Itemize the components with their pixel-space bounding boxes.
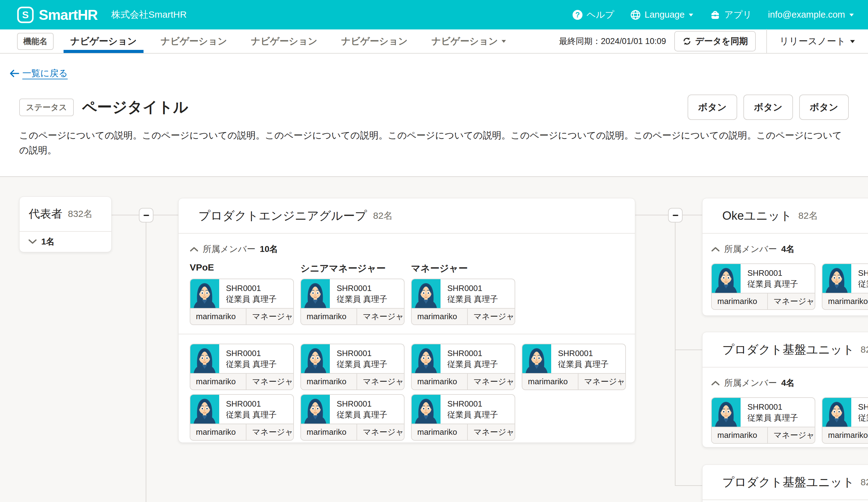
nav-tab-3[interactable]: ナビゲーション xyxy=(244,30,324,53)
collapse-button[interactable] xyxy=(668,208,683,222)
employee-avatar xyxy=(412,395,441,423)
employee-name: 従業員 真理子 xyxy=(858,412,868,423)
employee-card[interactable]: SHR0001 従業員 真理子 marimariko マネージャー xyxy=(411,344,515,390)
employee-card-top: SHR0001 従業員 真理子 xyxy=(190,279,293,308)
employee-card-footer: marimariko マネージャー xyxy=(412,308,515,324)
employee-id: SHR0001 xyxy=(226,348,277,359)
page-title-row: ステータス ページタイトル ボタン ボタン ボタン xyxy=(19,94,849,120)
employee-id: SHR0001 xyxy=(337,283,387,294)
apps-menu[interactable]: アプリ xyxy=(710,9,752,21)
employee-name: 従業員 真理子 xyxy=(226,294,277,305)
org-node-root[interactable]: 代表者 832名 1名 xyxy=(19,197,112,252)
page-title: ページタイトル xyxy=(82,97,188,117)
nav-tab-label: ナビゲーション xyxy=(70,35,137,48)
employee-card[interactable]: SHR0001 従業員 真理子 marimariko マネージャー xyxy=(711,397,815,444)
employee-id: SHR0001 xyxy=(747,268,798,279)
members-toggle[interactable]: 所属メンバー 4名 xyxy=(711,243,868,255)
employee-card-footer: marimariko マネージャー xyxy=(823,293,868,309)
employee-name: 従業員 真理子 xyxy=(337,294,387,305)
nav-tab-label: ナビゲーション xyxy=(161,35,227,48)
org-node-main-group: プロダクトエンジニアグループ 82名 所属メンバー 10名 VPoE シニアマネ… xyxy=(178,198,635,443)
role-headings: VPoE シニアマネージャー マネージャー xyxy=(190,262,624,275)
employee-username: marimariko xyxy=(190,308,246,324)
employee-username: marimariko xyxy=(712,293,767,309)
refresh-icon xyxy=(682,36,692,46)
employee-avatar xyxy=(190,395,219,423)
employee-card[interactable]: SHR0001 従業員 真理子 marimariko マネージャー xyxy=(300,394,404,441)
employee-name: 従業員 真理子 xyxy=(226,359,277,370)
chevron-down-icon xyxy=(849,39,856,43)
employee-avatar xyxy=(190,344,219,373)
account-menu[interactable]: info@example.com xyxy=(768,10,854,20)
connector-line xyxy=(675,222,675,486)
employee-id: SHR0001 xyxy=(337,348,387,359)
employee-role: マネージャー xyxy=(467,424,515,440)
header-utility-menu: ? ヘルプ Language アプリ xyxy=(572,9,854,21)
employee-name: 従業員 真理子 xyxy=(447,359,498,370)
nav-tab-5[interactable]: ナビゲーション xyxy=(425,30,513,53)
employee-avatar xyxy=(412,344,441,373)
help-link[interactable]: ? ヘルプ xyxy=(572,9,614,21)
employee-role: マネージャー xyxy=(356,374,404,389)
employee-row: SHR0001 従業員 真理子 marimariko マネージャー xyxy=(711,397,868,444)
employee-card[interactable]: SHR0001 従業員 真理子 marimariko マネージャー xyxy=(300,344,404,390)
employee-role: マネージャー xyxy=(578,374,625,389)
org-node-side-group-2: プロダクト基盤ユニット 82名 所属メンバー 4名 xyxy=(702,332,868,448)
employee-card[interactable]: SHR0001 従業員 真理子 marimariko マネージャー xyxy=(190,394,294,441)
back-to-list-link[interactable]: 一覧に戻る xyxy=(9,67,68,80)
apps-icon xyxy=(710,10,721,20)
employee-card[interactable]: SHR0001 従業員 真理子 marimariko マネージャー xyxy=(711,263,815,310)
employee-card-top: SHR0001 従業員 真理子 xyxy=(190,395,293,423)
employee-row: SHR0001 従業員 真理子 marimariko マネージャー xyxy=(190,344,624,390)
employee-avatar xyxy=(712,264,741,293)
group-body: 所属メンバー 4名 xyxy=(702,377,868,444)
employee-card-footer: marimariko マネージャー xyxy=(190,373,293,389)
employee-avatar xyxy=(522,344,551,373)
nav-tab-4[interactable]: ナビゲーション xyxy=(334,30,414,53)
release-notes-menu[interactable]: リリースノート xyxy=(767,35,868,48)
employee-name: 従業員 真理子 xyxy=(447,409,498,420)
nav-tab-1[interactable]: ナビゲーション xyxy=(63,30,144,53)
members-toggle[interactable]: 所属メンバー 4名 xyxy=(711,377,868,389)
employee-card[interactable]: SHR0001 従業員 真理子 marimariko マネージャー xyxy=(190,279,294,325)
employee-card[interactable]: SHR0001 従業員 真理子 marimariko マネージャー xyxy=(190,344,294,390)
feature-name-badge: 機能名 xyxy=(17,33,54,50)
collapse-button[interactable] xyxy=(139,208,154,222)
company-name: 株式会社SmartHR xyxy=(111,8,187,21)
page-action-button-3[interactable]: ボタン xyxy=(799,94,849,120)
group-count: 82名 xyxy=(373,209,393,222)
sync-data-label: データを同期 xyxy=(695,35,748,47)
employee-card[interactable]: SHR0001 従業員 真理子 marimariko マネージャー xyxy=(822,263,868,310)
employee-id: SHR0001 xyxy=(447,348,498,359)
employee-role: マネージャー xyxy=(246,424,293,440)
language-menu[interactable]: Language xyxy=(630,10,694,20)
chevron-up-icon xyxy=(190,247,198,252)
employee-card[interactable]: SHR0001 従業員 真理子 marimariko マネージャー xyxy=(522,344,626,390)
logo-text: SmartHR xyxy=(39,7,98,23)
nav-tab-2[interactable]: ナビゲーション xyxy=(154,30,234,53)
employee-card[interactable]: SHR0001 従業員 真理子 marimariko マネージャー xyxy=(300,279,404,325)
back-link-label: 一覧に戻る xyxy=(22,67,68,80)
page-action-button-2[interactable]: ボタン xyxy=(743,94,793,120)
page-action-button-1[interactable]: ボタン xyxy=(688,94,737,120)
employee-name: 従業員 真理子 xyxy=(226,409,277,420)
sync-data-button[interactable]: データを同期 xyxy=(674,31,756,51)
employee-role: マネージャー xyxy=(246,308,293,324)
members-toggle[interactable]: 所属メンバー 10名 xyxy=(190,243,624,255)
employee-avatar xyxy=(301,395,330,423)
employee-card[interactable]: SHR0001 従業員 真理子 marimariko マネージャー xyxy=(411,394,515,441)
root-expander[interactable]: 1名 xyxy=(20,232,111,251)
smarthr-logo[interactable]: S SmartHR xyxy=(17,7,98,23)
employee-card[interactable]: SHR0001 従業員 真理子 marimariko マネージャー xyxy=(822,397,868,444)
members-count: 10名 xyxy=(260,243,278,255)
employee-name: 従業員 真理子 xyxy=(447,294,498,305)
connector-line xyxy=(146,222,146,502)
employee-card[interactable]: SHR0001 従業員 真理子 marimariko マネージャー xyxy=(411,279,515,325)
employee-card-top: SHR0001 従業員 真理子 xyxy=(823,264,868,293)
employee-card-footer: marimariko マネージャー xyxy=(301,373,404,389)
chevron-up-icon xyxy=(711,247,720,252)
connector-line xyxy=(154,215,178,216)
employee-card-top: SHR0001 従業員 真理子 xyxy=(190,344,293,373)
section-divider xyxy=(178,334,635,334)
employee-avatar xyxy=(712,398,741,427)
